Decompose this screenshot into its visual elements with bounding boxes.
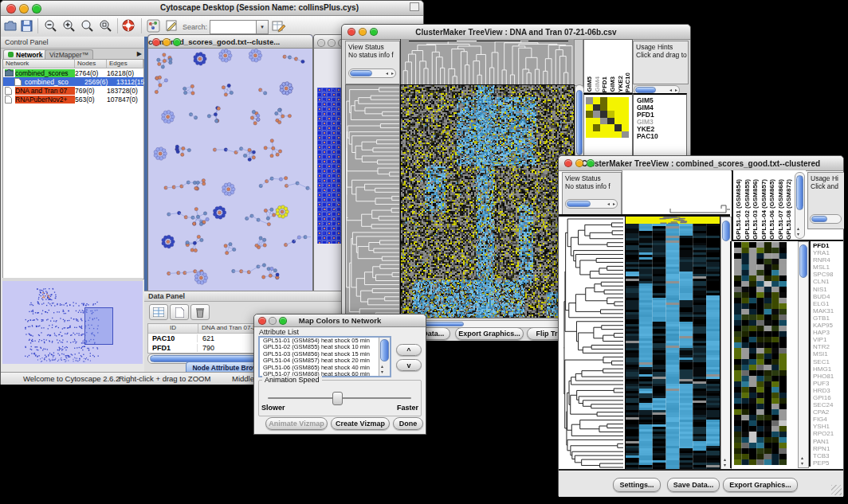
settings-button[interactable]: Settings... [613, 478, 661, 492]
scrollbar-thumb[interactable] [567, 201, 591, 207]
zoom-fit-icon[interactable] [80, 19, 94, 33]
gene-label[interactable]: VIP1 [813, 336, 843, 343]
vizmapper-icon[interactable] [147, 19, 160, 33]
scrollbar-thumb[interactable] [350, 70, 372, 76]
col-nodes[interactable]: Nodes [75, 60, 107, 68]
save-data-button[interactable]: Save Data... [667, 478, 720, 492]
gene-label[interactable]: PUF3 [813, 380, 843, 387]
zoom-button[interactable] [279, 317, 287, 325]
table-edit-icon[interactable] [272, 19, 285, 33]
close-button[interactable] [317, 39, 325, 47]
dialog-titlebar[interactable]: Map Colors to Network [254, 315, 426, 327]
scrollbar-thumb[interactable] [799, 244, 807, 278]
zoom-selected-icon[interactable] [99, 19, 112, 33]
zoom-in-icon[interactable] [62, 19, 76, 33]
gene-label[interactable]: GPI16 [813, 394, 843, 401]
gene-label[interactable]: CLN1 [813, 278, 843, 285]
zoom-out-icon[interactable] [44, 19, 57, 33]
gene-label[interactable]: HRD3 [813, 387, 843, 394]
zoom-button[interactable] [173, 38, 181, 46]
detail-heatmap-panel[interactable] [730, 241, 799, 468]
network-tree-row[interactable]: combined_scores2764(0)16218(0) [3, 68, 143, 77]
gene-label[interactable]: YRA1 [813, 249, 843, 256]
scrollbar-thumb[interactable] [811, 216, 827, 222]
gene-label[interactable]: CPA2 [813, 408, 843, 416]
gene-label[interactable]: SEC24 [813, 401, 843, 408]
move-down-button[interactable]: v [396, 359, 422, 371]
scrollbar-thumb[interactable] [796, 175, 803, 210]
tab-network[interactable]: Network [3, 49, 48, 59]
column-dendrogram-area[interactable] [622, 170, 731, 214]
zoom-button[interactable] [587, 159, 595, 167]
gene-label[interactable]: PAN1 [813, 438, 843, 445]
tab-vizmapper[interactable]: VizMapper™ [45, 49, 93, 59]
gene-label[interactable]: KAP95 [813, 322, 843, 329]
search-dropdown-button[interactable]: ▾ [256, 20, 269, 34]
minimize-button[interactable] [19, 4, 29, 14]
new-attribute-icon[interactable] [170, 304, 189, 320]
gene-label[interactable]: MSI1 [813, 350, 843, 357]
gene-label[interactable]: MAK31 [813, 307, 843, 315]
scrollbar-thumb[interactable] [380, 339, 389, 361]
detail-heatmap[interactable] [734, 242, 787, 465]
network-tree-row[interactable]: RNAPuberNov2+563(0)107847(0) [3, 95, 143, 104]
delete-attribute-icon[interactable] [190, 304, 210, 320]
detail-heatmap[interactable] [586, 97, 629, 138]
minimize-button[interactable] [328, 39, 336, 47]
move-up-button[interactable]: ^ [396, 344, 422, 356]
zoom-button[interactable] [370, 28, 378, 36]
column-dendrogram[interactable] [400, 39, 575, 84]
gene-label[interactable]: NTR2 [813, 343, 843, 350]
gene-list-scrollbar[interactable]: ▴▾ [798, 241, 809, 468]
background-window-titlebar[interactable] [314, 35, 344, 49]
gene-label[interactable]: SEC1 [813, 358, 843, 365]
col-network[interactable]: Network [3, 60, 75, 68]
tab-overflow-button[interactable]: ▶ [137, 50, 142, 57]
close-button[interactable] [564, 159, 572, 167]
treeview1-titlebar[interactable]: ClusterMaker TreeView : DNA and Tran 07-… [342, 25, 690, 40]
export-graphics-button[interactable]: Export Graphics... [723, 478, 798, 492]
global-heatmap[interactable] [625, 217, 720, 469]
gene-label[interactable]: TCB3 [813, 452, 843, 459]
gene-label[interactable]: HMG1 [813, 365, 843, 373]
row-label[interactable]: PAC10 [637, 133, 686, 140]
row-dendrogram[interactable] [562, 217, 623, 469]
gene-label[interactable]: FIG4 [813, 416, 843, 423]
gene-label[interactable]: GTB1 [813, 315, 843, 322]
animate-vizmap-button[interactable]: Animate Vizmap [265, 417, 328, 430]
scrollbar-thumb[interactable] [722, 221, 730, 241]
gene-label[interactable]: NIS1 [813, 286, 843, 293]
attribute-table-icon[interactable] [149, 304, 168, 320]
control-panel-detach-icon[interactable] [410, 2, 419, 11]
create-vizmap-button[interactable]: Create Vizmap [331, 417, 390, 430]
gene-label[interactable]: ELG1 [813, 300, 843, 307]
export-graphics-button[interactable]: Export Graphics... [455, 327, 524, 340]
col-id[interactable]: ID [148, 324, 198, 333]
close-button[interactable] [258, 317, 266, 325]
speed-slider-thumb[interactable] [332, 392, 343, 405]
minimize-button[interactable] [163, 38, 171, 46]
usage-hints-scrollbar[interactable] [810, 214, 842, 224]
network-view-titlebar[interactable]: combined_scores_good.txt--cluste... [148, 35, 312, 49]
network-overview-canvas[interactable] [2, 281, 143, 364]
gene-label[interactable]: SPC98 [813, 271, 843, 278]
network-table-header[interactable]: Network Nodes Edges [3, 60, 143, 68]
attribute-list-scrollbar[interactable]: ▴▾ [379, 338, 390, 376]
network-tree-row[interactable]: combined_sco2569(6)13112(15) [3, 77, 143, 86]
close-button[interactable] [152, 38, 160, 46]
treeview2-titlebar[interactable]: ClusterMaker TreeView : combined_scores_… [559, 156, 843, 171]
gene-label[interactable]: RNR4 [813, 256, 843, 264]
view-status-scrollbar[interactable]: ◂▸ [565, 199, 618, 209]
gene-label[interactable]: MSL1 [813, 264, 843, 271]
done-button[interactable]: Done [393, 417, 423, 430]
minimize-button[interactable] [269, 317, 277, 325]
gene-label[interactable]: PHO81 [813, 373, 843, 380]
gene-label[interactable]: PEP5 [813, 459, 843, 467]
gene-label[interactable]: YSH1 [813, 423, 843, 430]
gene-label[interactable]: HAP3 [813, 329, 843, 336]
gene-label[interactable]: RPN1 [813, 445, 843, 452]
scrollbar-thumb[interactable] [576, 90, 583, 155]
global-heatmap[interactable] [400, 84, 575, 319]
save-session-icon[interactable] [20, 19, 33, 33]
gene-label[interactable]: PFD1 [813, 242, 843, 249]
